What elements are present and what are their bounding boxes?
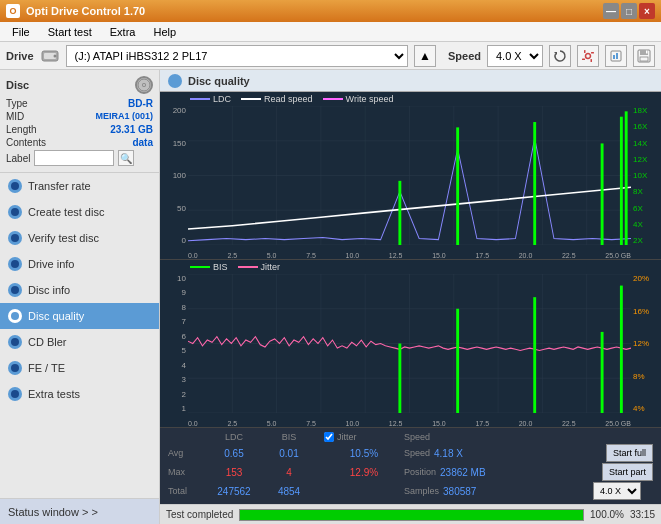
nav-dot-drive-info <box>8 257 22 271</box>
sidebar-item-transfer-rate[interactable]: Transfer rate <box>0 173 159 199</box>
label-input[interactable] <box>34 150 114 166</box>
chart1: LDC Read speed Write speed 200 150 10 <box>160 92 661 260</box>
chart1-x-axis: 0.0 2.5 5.0 7.5 10.0 12.5 15.0 17.5 20.0… <box>188 252 631 259</box>
nav-dot-disc-quality <box>8 309 22 323</box>
drive-eject-button[interactable]: ▲ <box>414 45 436 67</box>
sidebar-item-fe-te[interactable]: FE / TE <box>0 355 159 381</box>
disc-panel: Disc Type BD-R MID MEIRA1 (001) Length 2… <box>0 70 159 173</box>
main-content: Disc quality LDC Read speed <box>160 70 661 524</box>
svg-point-4 <box>586 53 591 58</box>
legend-jitter: Jitter <box>261 262 281 272</box>
avg-ldc: 0.65 <box>204 448 264 459</box>
sidebar-item-disc-quality[interactable]: Disc quality <box>0 303 159 329</box>
speed-select[interactable]: 4.0 X <box>487 45 543 67</box>
sidebar-item-cd-bler[interactable]: CD Bler <box>0 329 159 355</box>
nav-label-drive-info: Drive info <box>28 258 74 270</box>
position-label: Position <box>404 467 436 477</box>
sidebar-item-drive-info[interactable]: Drive info <box>0 251 159 277</box>
speed-label-stat: Speed <box>404 448 430 458</box>
svg-point-2 <box>53 54 56 57</box>
nav-dot-fe-te <box>8 361 22 375</box>
chart1-y-axis-right: 18X 16X 14X 12X 10X 8X 6X 4X 2X <box>631 106 661 245</box>
menu-bar: File Start test Extra Help <box>0 22 661 42</box>
menu-extra[interactable]: Extra <box>102 24 144 40</box>
max-position: 23862 MB <box>440 467 486 478</box>
chart1-y-axis-left: 200 150 100 50 0 <box>160 106 188 245</box>
avg-bis: 0.01 <box>264 448 314 459</box>
sidebar: Disc Type BD-R MID MEIRA1 (001) Length 2… <box>0 70 160 524</box>
speed-label: Speed <box>448 50 481 62</box>
jitter-check-input[interactable] <box>324 432 334 442</box>
nav-label-extra-tests: Extra tests <box>28 388 80 400</box>
avg-jitter: 10.5% <box>324 448 404 459</box>
max-bis: 4 <box>264 467 314 478</box>
speed-col-header: Speed <box>404 432 424 442</box>
disc-quality-icon <box>168 74 182 88</box>
app-title: Opti Drive Control 1.70 <box>26 5 145 17</box>
ldc-col-header: LDC <box>204 432 264 442</box>
start-full-button[interactable]: Start full <box>606 444 653 462</box>
svg-rect-11 <box>616 53 618 59</box>
nav-dot-create-test-disc <box>8 205 22 219</box>
chart2-x-axis: 0.0 2.5 5.0 7.5 10.0 12.5 15.0 17.5 20.0… <box>188 420 631 427</box>
chart-title: Disc quality <box>188 75 250 87</box>
label-label: Label <box>6 153 30 164</box>
disc-icon <box>135 76 153 94</box>
speed-select-stat[interactable]: 4.0 X <box>593 482 641 500</box>
sidebar-item-create-test-disc[interactable]: Create test disc <box>0 199 159 225</box>
chart2: BIS Jitter 10 9 8 7 6 5 4 3 <box>160 260 661 427</box>
minimize-button[interactable]: — <box>603 3 619 19</box>
nav-label-create-test-disc: Create test disc <box>28 206 104 218</box>
sidebar-item-verify-test-disc[interactable]: Verify test disc <box>0 225 159 251</box>
drive-label: Drive <box>6 50 34 62</box>
nav-label-transfer-rate: Transfer rate <box>28 180 91 192</box>
mid-label: MID <box>6 111 24 122</box>
nav-label-cd-bler: CD Bler <box>28 336 67 348</box>
nav-dot-verify-test-disc <box>8 231 22 245</box>
label-search-button[interactable]: 🔍 <box>118 150 134 166</box>
status-window-button[interactable]: Status window > > <box>0 498 159 524</box>
jitter-label: Jitter <box>337 432 357 442</box>
svg-rect-5 <box>584 50 586 53</box>
nav-dot-cd-bler <box>8 335 22 349</box>
total-samples: 380587 <box>443 486 476 497</box>
menu-help[interactable]: Help <box>145 24 184 40</box>
total-ldc: 247562 <box>204 486 264 497</box>
app-icon: O <box>6 4 20 18</box>
drive-icon <box>40 46 60 66</box>
menu-file[interactable]: File <box>4 24 38 40</box>
save-button[interactable] <box>633 45 655 67</box>
test-button[interactable] <box>605 45 627 67</box>
legend-ldc: LDC <box>213 94 231 104</box>
svg-rect-10 <box>613 55 615 59</box>
sidebar-item-extra-tests[interactable]: Extra tests <box>0 381 159 407</box>
disc-panel-title: Disc <box>6 79 29 91</box>
contents-label: Contents <box>6 137 46 148</box>
close-button[interactable]: × <box>639 3 655 19</box>
svg-rect-6 <box>591 59 593 62</box>
nav-label-disc-quality: Disc quality <box>28 310 84 322</box>
menu-start-test[interactable]: Start test <box>40 24 100 40</box>
legend-read-speed: Read speed <box>264 94 313 104</box>
title-bar: O Opti Drive Control 1.70 — □ × <box>0 0 661 22</box>
nav-label-fe-te: FE / TE <box>28 362 65 374</box>
chart2-y-axis-left: 10 9 8 7 6 5 4 3 2 1 <box>160 274 188 413</box>
svg-rect-14 <box>640 57 648 61</box>
refresh-button[interactable] <box>549 45 571 67</box>
chart2-y-axis-right: 20% 16% 12% 8% 4% <box>631 274 661 413</box>
sidebar-item-disc-info[interactable]: Disc info <box>0 277 159 303</box>
svg-rect-15 <box>646 50 648 53</box>
jitter-checkbox[interactable]: Jitter <box>324 432 404 442</box>
nav-dot-disc-info <box>8 283 22 297</box>
start-part-button[interactable]: Start part <box>602 463 653 481</box>
drive-select[interactable]: (J:) ATAPI iHBS312 2 PL17 <box>66 45 408 67</box>
chart-header: Disc quality <box>160 70 661 92</box>
settings-button[interactable] <box>577 45 599 67</box>
svg-point-18 <box>143 84 145 86</box>
nav-dot-transfer-rate <box>8 179 22 193</box>
svg-rect-8 <box>591 52 594 54</box>
maximize-button[interactable]: □ <box>621 3 637 19</box>
nav-label-verify-test-disc: Verify test disc <box>28 232 99 244</box>
avg-speed: 4.18 X <box>434 448 463 459</box>
contents-value: data <box>132 137 153 148</box>
